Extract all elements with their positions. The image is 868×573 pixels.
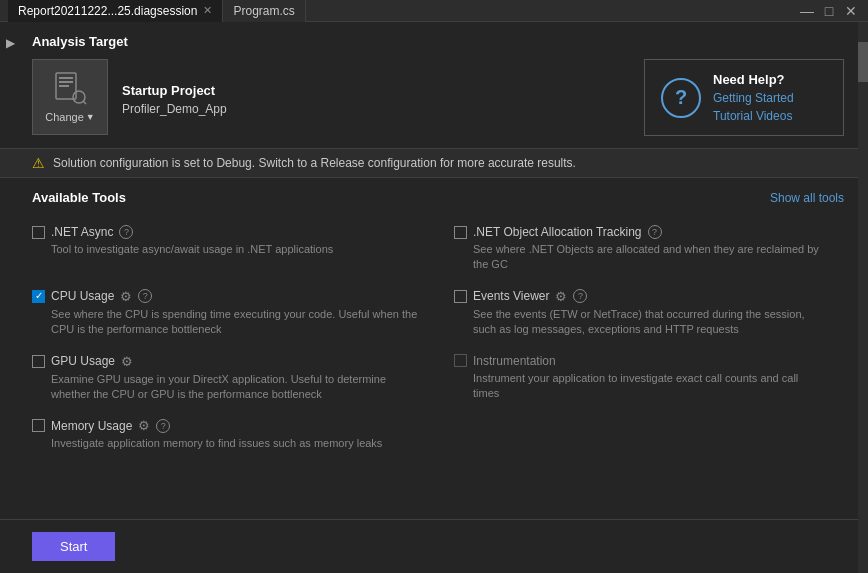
help-box: ? Need Help? Getting Started Tutorial Vi… <box>644 59 844 136</box>
maximize-button[interactable]: □ <box>820 2 838 20</box>
tool-net-async-desc: Tool to investigate async/await usage in… <box>32 242 418 257</box>
tab-bar: Report20211222...25.diagsession ✕ Progra… <box>8 0 306 21</box>
change-target-label: Change ▼ <box>45 111 94 123</box>
tool-events-viewer-desc: See the events (ETW or NetTrace) that oc… <box>454 307 824 338</box>
tools-section: Available Tools Show all tools .NET Asyn… <box>0 178 868 474</box>
tool-memory-usage-name: Memory Usage <box>51 419 132 433</box>
tool-events-viewer-name: Events Viewer <box>473 289 549 303</box>
warning-icon: ⚠ <box>32 155 45 171</box>
tool-gpu-usage-checkbox[interactable] <box>32 355 45 368</box>
tool-cpu-usage: CPU Usage ⚙ ? See where the CPU is spend… <box>32 283 438 348</box>
title-bar: Report20211222...25.diagsession ✕ Progra… <box>0 0 868 22</box>
tool-cpu-usage-gear-icon[interactable]: ⚙ <box>120 289 132 304</box>
scrollbar-track[interactable] <box>858 22 868 573</box>
help-title: Need Help? <box>713 72 794 87</box>
tool-net-async: .NET Async ? Tool to investigate async/a… <box>32 219 438 283</box>
analysis-target-header: Analysis Target <box>32 34 844 49</box>
tool-cpu-usage-info-icon[interactable]: ? <box>138 289 152 303</box>
tool-net-async-name: .NET Async <box>51 225 113 239</box>
tool-net-object-allocation-info-icon[interactable]: ? <box>648 225 662 239</box>
tool-memory-usage-gear-icon[interactable]: ⚙ <box>138 418 150 433</box>
tool-events-viewer-gear-icon[interactable]: ⚙ <box>555 289 567 304</box>
tool-instrumentation-desc: Instrument your application to investiga… <box>454 371 824 402</box>
tool-net-async-checkbox[interactable] <box>32 226 45 239</box>
tool-memory-usage-checkbox[interactable] <box>32 419 45 432</box>
tool-gpu-usage: GPU Usage ⚙ Examine GPU usage in your Di… <box>32 348 438 413</box>
close-button[interactable]: ✕ <box>842 2 860 20</box>
tool-cpu-usage-name: CPU Usage <box>51 289 114 303</box>
minimize-button[interactable]: — <box>798 2 816 20</box>
tool-memory-usage-info-icon[interactable]: ? <box>156 419 170 433</box>
warning-text: Solution configuration is set to Debug. … <box>53 156 576 170</box>
tools-grid: .NET Async ? Tool to investigate async/a… <box>32 219 844 462</box>
window-controls: — □ ✕ <box>798 2 860 20</box>
tool-events-viewer-info-icon[interactable]: ? <box>573 289 587 303</box>
tool-net-object-allocation-desc: See where .NET Objects are allocated and… <box>454 242 824 273</box>
tutorial-videos-link[interactable]: Tutorial Videos <box>713 109 794 123</box>
warning-bar: ⚠ Solution configuration is set to Debug… <box>0 148 868 178</box>
tool-gpu-usage-name: GPU Usage <box>51 354 115 368</box>
scroll-arrow[interactable]: ▶ <box>6 36 15 50</box>
tool-net-async-header: .NET Async ? <box>32 225 418 239</box>
main-content: ▶ Analysis Target Change <box>0 22 868 573</box>
change-target-icon <box>52 71 88 107</box>
tool-events-viewer: Events Viewer ⚙ ? See the events (ETW or… <box>438 283 844 348</box>
tool-memory-usage: Memory Usage ⚙ ? Investigate application… <box>32 412 438 461</box>
scrollbar-thumb[interactable] <box>858 42 868 82</box>
tool-gpu-usage-desc: Examine GPU usage in your DirectX applic… <box>32 372 418 403</box>
start-button[interactable]: Start <box>32 532 115 561</box>
tool-cpu-usage-desc: See where the CPU is spending time execu… <box>32 307 418 338</box>
tool-instrumentation-header: Instrumentation <box>454 354 824 368</box>
target-row: Change ▼ Startup Project Profiler_Demo_A… <box>32 59 844 136</box>
tool-gpu-usage-header: GPU Usage ⚙ <box>32 354 418 369</box>
tool-cpu-usage-checkbox[interactable] <box>32 290 45 303</box>
tools-header: Available Tools <box>32 190 126 205</box>
svg-rect-1 <box>59 77 73 79</box>
svg-line-5 <box>83 101 86 104</box>
tool-net-object-allocation-name: .NET Object Allocation Tracking <box>473 225 642 239</box>
bottom-bar: Start <box>0 519 868 573</box>
svg-rect-3 <box>59 85 69 87</box>
tab-diagsession[interactable]: Report20211222...25.diagsession ✕ <box>8 0 223 22</box>
tool-events-viewer-checkbox[interactable] <box>454 290 467 303</box>
project-name: Profiler_Demo_App <box>122 102 227 116</box>
analysis-target-section: Analysis Target Change <box>0 22 868 148</box>
tool-memory-usage-header: Memory Usage ⚙ ? <box>32 418 418 433</box>
tool-cpu-usage-header: CPU Usage ⚙ ? <box>32 289 418 304</box>
tab-program-cs-label: Program.cs <box>233 4 294 18</box>
getting-started-link[interactable]: Getting Started <box>713 91 794 105</box>
tool-events-viewer-header: Events Viewer ⚙ ? <box>454 289 824 304</box>
tab-diagsession-label: Report20211222...25.diagsession <box>18 4 197 18</box>
tab-diagsession-close[interactable]: ✕ <box>203 5 212 16</box>
tool-net-object-allocation-checkbox[interactable] <box>454 226 467 239</box>
tool-memory-usage-desc: Investigate application memory to find i… <box>32 436 418 451</box>
target-info: Startup Project Profiler_Demo_App <box>122 79 227 116</box>
help-icon: ? <box>661 78 701 118</box>
change-target-button[interactable]: Change ▼ <box>32 59 108 135</box>
tools-header-row: Available Tools Show all tools <box>32 190 844 205</box>
tab-program-cs[interactable]: Program.cs <box>223 0 305 22</box>
tool-net-object-allocation-header: .NET Object Allocation Tracking ? <box>454 225 824 239</box>
change-target-dropdown-arrow: ▼ <box>86 112 95 122</box>
tool-net-async-info-icon[interactable]: ? <box>119 225 133 239</box>
help-text-col: Need Help? Getting Started Tutorial Vide… <box>713 72 794 123</box>
tool-instrumentation: Instrumentation Instrument your applicat… <box>438 348 844 413</box>
startup-project-label: Startup Project <box>122 83 227 98</box>
target-left: Change ▼ Startup Project Profiler_Demo_A… <box>32 59 227 135</box>
tool-instrumentation-name: Instrumentation <box>473 354 556 368</box>
tool-gpu-usage-gear-icon[interactable]: ⚙ <box>121 354 133 369</box>
tool-instrumentation-checkbox[interactable] <box>454 354 467 367</box>
svg-rect-2 <box>59 81 73 83</box>
tool-net-object-allocation: .NET Object Allocation Tracking ? See wh… <box>438 219 844 283</box>
show-all-tools-link[interactable]: Show all tools <box>770 191 844 205</box>
